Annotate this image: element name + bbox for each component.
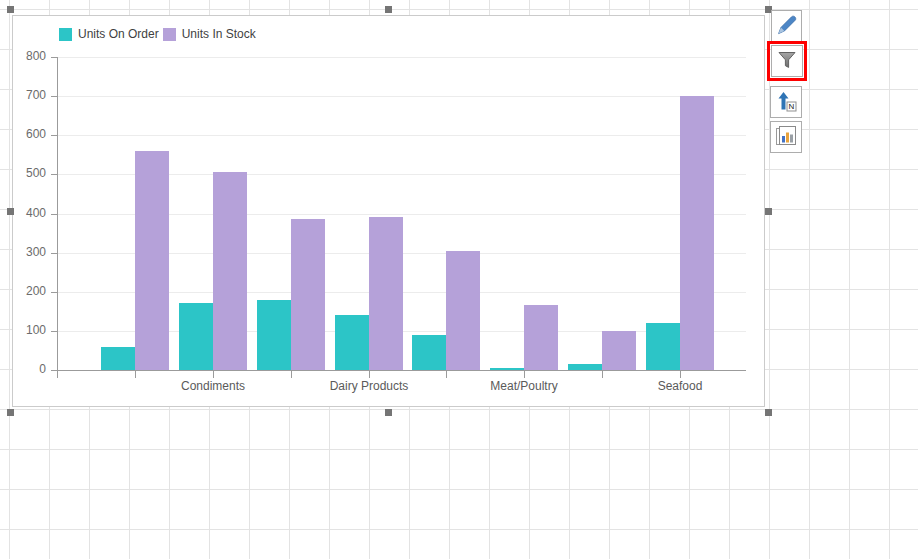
x-axis-category-label: Dairy Products	[299, 379, 439, 393]
bar-units-on-order[interactable]	[646, 323, 680, 370]
legend-item[interactable]: Units On Order	[59, 27, 159, 41]
bar-units-in-stock[interactable]	[446, 251, 480, 370]
selection-handle[interactable]	[385, 6, 392, 13]
chart-type-button[interactable]	[770, 121, 802, 153]
bar-units-in-stock[interactable]	[213, 172, 247, 370]
bar-units-in-stock[interactable]	[524, 305, 558, 370]
bar-units-in-stock[interactable]	[680, 96, 714, 370]
y-gridline	[58, 57, 746, 58]
x-axis-tick	[446, 370, 447, 378]
x-axis-tick	[213, 370, 214, 378]
y-axis-tick-label: 0	[13, 362, 46, 376]
x-axis-tick	[602, 370, 603, 378]
bar-units-on-order[interactable]	[257, 300, 291, 370]
selection-handle[interactable]	[7, 208, 14, 215]
sort-arrow-n-icon: N	[774, 89, 798, 116]
legend-swatch	[59, 28, 72, 41]
filter-icon	[775, 48, 799, 75]
x-axis-tick	[369, 370, 370, 378]
x-axis-category-label: Meat/Poultry	[454, 379, 594, 393]
svg-text:N: N	[789, 102, 795, 111]
chart-legend: Units On OrderUnits In Stock	[59, 27, 260, 41]
y-axis-tick-label: 200	[13, 284, 46, 298]
bar-units-on-order[interactable]	[101, 347, 135, 370]
x-axis-line	[57, 370, 746, 371]
bar-units-in-stock[interactable]	[291, 219, 325, 370]
bar-units-in-stock[interactable]	[602, 331, 636, 370]
selection-handle[interactable]	[765, 208, 772, 215]
bar-units-in-stock[interactable]	[135, 151, 169, 370]
y-axis-tick-label: 300	[13, 245, 46, 259]
x-axis-tick	[291, 370, 292, 378]
legend-swatch	[163, 28, 176, 41]
x-axis-tick	[135, 370, 136, 378]
selection-handle[interactable]	[765, 409, 772, 416]
pencil-icon	[775, 13, 799, 40]
legend-label: Units On Order	[78, 27, 159, 41]
bar-units-on-order[interactable]	[335, 315, 369, 370]
y-axis-tick-label: 700	[13, 88, 46, 102]
selection-handle[interactable]	[7, 6, 14, 13]
chart-object[interactable]: Units On OrderUnits In Stock 01002003004…	[12, 15, 765, 407]
bar-units-in-stock[interactable]	[369, 217, 403, 370]
edit-chart-button[interactable]	[771, 10, 802, 42]
y-axis-tick-label: 500	[13, 166, 46, 180]
y-axis-tick-label: 100	[13, 323, 46, 337]
y-axis-tick-label: 400	[13, 206, 46, 220]
bar-units-on-order[interactable]	[179, 303, 213, 370]
legend-item[interactable]: Units In Stock	[163, 27, 256, 41]
y-axis-line	[57, 57, 58, 378]
bar-chart-icon	[774, 124, 798, 151]
x-axis-category-label: Seafood	[610, 379, 750, 393]
selection-handle[interactable]	[385, 409, 392, 416]
y-gridline	[58, 96, 746, 97]
x-axis-tick	[680, 370, 681, 378]
y-axis-tick-label: 800	[13, 49, 46, 63]
x-axis-category-label: Condiments	[143, 379, 283, 393]
selection-handle[interactable]	[7, 409, 14, 416]
x-axis-tick	[524, 370, 525, 378]
bar-units-on-order[interactable]	[412, 335, 446, 370]
sort-button[interactable]: N	[770, 86, 802, 118]
y-gridline	[58, 135, 746, 136]
filter-button[interactable]	[771, 45, 803, 77]
y-axis-tick-label: 600	[13, 127, 46, 141]
legend-label: Units In Stock	[182, 27, 256, 41]
